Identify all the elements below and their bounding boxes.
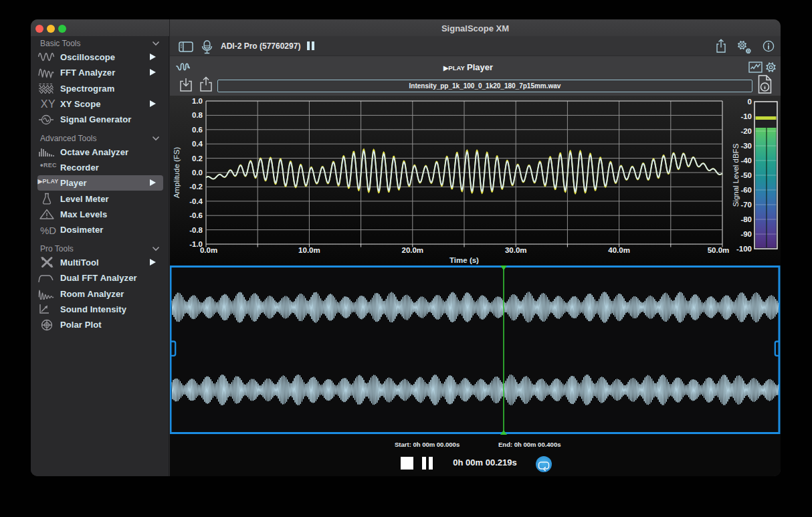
svg-text:-20: -20	[740, 127, 752, 135]
svg-text:0.2: 0.2	[192, 154, 203, 163]
svg-text:-0.8: -0.8	[189, 226, 203, 234]
svg-text:50.0m: 50.0m	[708, 246, 730, 254]
svg-text:Amplitude (FS): Amplitude (FS)	[173, 146, 181, 198]
svg-text:-30: -30	[740, 142, 752, 150]
svg-text:40.0m: 40.0m	[608, 246, 630, 254]
svg-text:20.0m: 20.0m	[401, 246, 423, 254]
svg-text:0: 0	[748, 98, 752, 106]
svg-text:-80: -80	[740, 215, 752, 223]
svg-text:Signal Level dBFS: Signal Level dBFS	[732, 143, 740, 207]
svg-text:30.0m: 30.0m	[505, 246, 527, 254]
svg-text:0.0m: 0.0m	[200, 246, 217, 254]
svg-text:0.4: 0.4	[192, 140, 203, 148]
svg-text:0.6: 0.6	[192, 126, 203, 134]
svg-text:-60: -60	[740, 186, 752, 194]
svg-text:1.0: 1.0	[192, 97, 203, 105]
svg-text:-0.6: -0.6	[189, 211, 203, 219]
svg-text:-0.2: -0.2	[189, 183, 203, 191]
svg-text:Time (s): Time (s)	[449, 256, 479, 264]
svg-text:0.0: 0.0	[192, 169, 203, 177]
svg-text:10.0m: 10.0m	[298, 246, 320, 254]
svg-text:-10: -10	[740, 112, 752, 120]
svg-text:0.8: 0.8	[192, 111, 203, 119]
svg-text:-0.4: -0.4	[189, 197, 203, 205]
svg-text:-100: -100	[736, 245, 752, 253]
svg-text:-70: -70	[740, 201, 752, 209]
svg-text:-90: -90	[740, 230, 752, 238]
svg-text:-50: -50	[740, 171, 752, 179]
svg-text:-40: -40	[740, 157, 752, 165]
